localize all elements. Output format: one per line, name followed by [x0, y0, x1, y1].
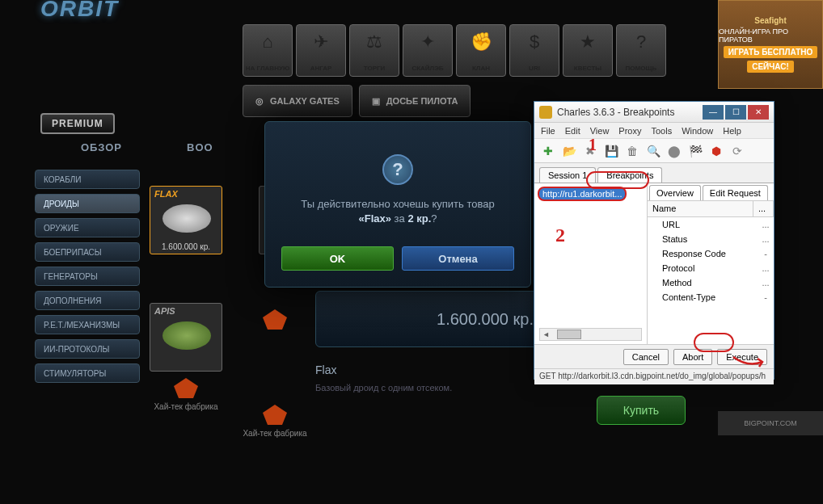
throttle-icon[interactable]: 🏁 [686, 142, 704, 160]
ad-banner[interactable]: Seafight ОНЛАЙН-ИГРА ПРО ПИРАТОВ ИГРАТЬ … [718, 0, 823, 89]
hitech-badge-icon [174, 378, 198, 398]
nav-home[interactable]: ⌂НА ГЛАВНУЮ [243, 24, 293, 77]
nav-quests[interactable]: ★КВЕСТЫ [563, 24, 613, 77]
execute-button[interactable]: Execute [717, 349, 767, 365]
shop-item-flax[interactable]: FLAX 1.600.000 кр. APIS Хай-тек фабрика [150, 186, 222, 439]
cancel-button[interactable]: Cancel [623, 349, 669, 365]
sidebar-ships[interactable]: КОРАБЛИ [35, 170, 140, 189]
menu-help[interactable]: Help [723, 126, 741, 136]
modal-message: Ты действительно хочешь купить товар «Fl… [281, 197, 514, 226]
detail-tabs: Overview Edit Request [648, 183, 774, 201]
game-logo: ORBIT [40, 0, 202, 44]
menu-edit[interactable]: Edit [565, 126, 580, 136]
skylab-icon: ✦ [415, 29, 441, 55]
bigpoint-logo[interactable]: BIGPOINT.COM [718, 411, 823, 435]
item-sub: Хай-тек фабрика [154, 402, 217, 412]
sidebar-weapons[interactable]: ОРУЖИЕ [35, 218, 140, 237]
menu-window[interactable]: Window [682, 126, 713, 136]
new-icon[interactable]: ✚ [539, 142, 557, 160]
breakpoint-actions: Cancel Abort Execute [534, 344, 774, 368]
quests-icon: ★ [575, 29, 601, 55]
item-image [162, 204, 211, 233]
prop-row[interactable]: Response Code- [648, 246, 774, 261]
menu-tools[interactable]: Tools [651, 126, 672, 136]
maximize-button[interactable]: ☐ [725, 105, 746, 120]
sidebar-boosters[interactable]: СТИМУЛЯТОРЫ [35, 363, 140, 383]
uri-icon: $ [521, 29, 547, 55]
record-icon[interactable]: ⬤ [665, 142, 683, 160]
item-image [162, 321, 211, 350]
save-icon[interactable]: 💾 [602, 142, 620, 160]
menubar: File Edit View Proxy Tools Window Help [534, 123, 774, 139]
prop-row[interactable]: URL... [648, 217, 774, 232]
tree-item-url[interactable]: http://ru1.darkorbit... [538, 187, 627, 201]
cancel-button[interactable]: Отмена [402, 246, 514, 271]
minimize-button[interactable]: — [703, 105, 724, 120]
confirm-purchase-modal: ? Ты действительно хочешь купить товар «… [264, 121, 531, 288]
prop-row[interactable]: Protocol... [648, 261, 774, 275]
nav-skylab[interactable]: ✦СКАЙЛЭБ [403, 24, 453, 77]
col-dots[interactable]: ... [753, 201, 774, 216]
horizontal-scrollbar[interactable] [539, 328, 642, 341]
home-icon: ⌂ [255, 29, 281, 55]
breakpoints-icon[interactable]: ⬢ [707, 142, 725, 160]
shop-sidebar: КОРАБЛИ ДРОИДЫ ОРУЖИЕ БОЕПРИПАСЫ ГЕНЕРАТ… [35, 170, 140, 383]
col-name[interactable]: Name [648, 201, 753, 216]
buy-button[interactable]: Купить [597, 396, 686, 425]
sidebar-ammo[interactable]: БОЕПРИПАСЫ [35, 242, 140, 262]
properties-panel: Name ... URL... Status... Response Code-… [648, 201, 774, 344]
close-button[interactable]: ✕ [748, 105, 769, 120]
nav-trade[interactable]: ⚖ТОРГИ [349, 24, 399, 77]
tab-breakpoints[interactable]: Breakpoints [597, 167, 662, 183]
sidebar-ai[interactable]: ИИ-ПРОТОКОЛЫ [35, 339, 140, 359]
close-session-icon[interactable]: ✖ [581, 142, 599, 160]
refresh-icon[interactable]: ⟳ [728, 142, 746, 160]
trade-icon: ⚖ [361, 29, 387, 55]
request-tree[interactable]: http://ru1.darkorbit... [534, 183, 648, 344]
titlebar[interactable]: Charles 3.6.3 - Breakpoints — ☐ ✕ [534, 102, 774, 123]
sub-nav: ◎GALAXY GATES ▣ДОСЬЕ ПИЛОТА [243, 85, 471, 117]
hitech-badge-icon [263, 405, 287, 425]
menu-file[interactable]: File [541, 126, 555, 136]
subnav-galaxy-gates[interactable]: ◎GALAXY GATES [243, 85, 352, 117]
item-sub: Хай-тек фабрика [243, 429, 306, 439]
prop-row[interactable]: Content-Type- [648, 290, 774, 304]
abort-button[interactable]: Abort [673, 349, 712, 365]
sidebar-generators[interactable]: ГЕНЕРАТОРЫ [35, 267, 140, 286]
top-nav: ⌂НА ГЛАВНУЮ ✈АНГАР ⚖ТОРГИ ✦СКАЙЛЭБ ✊КЛАН… [243, 24, 666, 77]
ok-button[interactable]: OK [281, 246, 394, 271]
window-title: Charles 3.6.3 - Breakpoints [557, 107, 698, 118]
session-tabs: Session 1 Breakpoints [534, 163, 774, 183]
subnav-pilot-dossier[interactable]: ▣ДОСЬЕ ПИЛОТА [359, 85, 471, 117]
open-icon[interactable]: 📂 [560, 142, 578, 160]
item-price: 1.600.000 кр. [150, 242, 222, 251]
toolbar: ✚ 📂 ✖ 💾 🗑 🔍 ⬤ 🏁 ⬢ ⟳ [534, 139, 774, 163]
nav-clan[interactable]: ✊КЛАН [456, 24, 506, 77]
status-bar: GET http://darkorbit.l3.cdn.bigpoint.net… [534, 368, 774, 384]
find-icon[interactable]: 🔍 [644, 142, 662, 160]
hitech-badge-icon [263, 309, 287, 330]
tab-overview[interactable]: Overview [649, 185, 701, 200]
tab-session1[interactable]: Session 1 [539, 167, 596, 183]
prop-row[interactable]: Method... [648, 275, 774, 290]
sidebar-extras[interactable]: ДОПОЛНЕНИЯ [35, 291, 140, 310]
hangar-icon: ✈ [308, 29, 334, 55]
dossier-icon: ▣ [372, 96, 380, 107]
nav-hangar[interactable]: ✈АНГАР [296, 24, 346, 77]
nav-help[interactable]: ?ПОМОЩЬ [616, 24, 666, 77]
nav-uri[interactable]: $URI [509, 24, 559, 77]
item-title: FLAX [154, 189, 178, 199]
menu-view[interactable]: View [590, 126, 610, 136]
clan-icon: ✊ [468, 29, 494, 55]
sidebar-pet[interactable]: P.E.T./МЕХАНИЗМЫ [35, 315, 140, 334]
tab-overview[interactable]: ОБЗОР [81, 141, 122, 153]
prop-row[interactable]: Status... [648, 232, 774, 246]
menu-proxy[interactable]: Proxy [618, 126, 641, 136]
sidebar-droids[interactable]: ДРОИДЫ [35, 194, 140, 213]
premium-badge: PREMIUM [40, 113, 115, 134]
gate-icon: ◎ [255, 96, 264, 107]
clear-icon[interactable]: 🗑 [623, 142, 641, 160]
tab-edit-request[interactable]: Edit Request [703, 185, 768, 200]
ad-cta2: СЕЙЧАС! [747, 61, 794, 73]
tab-boo[interactable]: BOO [187, 141, 213, 153]
